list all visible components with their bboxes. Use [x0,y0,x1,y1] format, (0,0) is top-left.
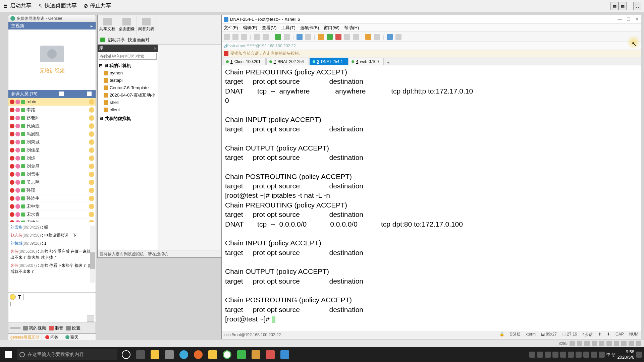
tray-icon[interactable] [560,352,566,358]
participants-list[interactable]: robin李路蔡老师代焕胜冯展凯刘荣城刘佳星刘烁刘金昌刘雪彬吴志翔孙瑾孙涛生宋中… [8,98,96,222]
folder-app-icon[interactable] [206,348,219,361]
menu-item[interactable]: 工具(T) [281,25,296,31]
find-icon[interactable] [344,34,350,40]
xshell-menubar[interactable]: 文件(F)编辑(E)查看(V)工具(T)选项卡(B)窗口(W)帮助(H) [222,24,641,32]
tray-icon[interactable] [537,352,543,358]
start-share-button[interactable]: 🖥 启动共享 [3,2,32,9]
add-tab-button[interactable]: + [384,60,392,65]
gensee-titlebar[interactable]: 多媒体网络培训 - Gensee [8,15,96,22]
participant-row[interactable]: robin [8,98,96,106]
tree-item[interactable]: python [99,69,156,77]
cortana-icon[interactable] [119,348,133,361]
tree-item[interactable]: 2020-04-07-震杨互动小 [99,92,156,99]
grid2-icon[interactable]: ▦ [619,2,627,10]
chat-tab[interactable]: 聊天 [62,335,82,340]
library-tree[interactable]: ⊟ 🖥 我的计算机pythontestapiCentos7.6-Template… [98,61,158,124]
tray-app-icon[interactable] [636,341,641,346]
xshell-titlebar[interactable]: DNAT-254-1 - root@test:~ - Xshell 6 — ☐ … [222,15,641,24]
tree-shared[interactable]: 🖥 共享的虚拟机 [99,115,156,122]
user-add-icon[interactable] [59,92,64,96]
app-blue-icon[interactable] [278,348,291,361]
volume-slider[interactable] [10,327,20,329]
paste-icon[interactable] [263,34,269,40]
close-button[interactable]: ✕ [635,17,639,22]
participant-row[interactable]: 刘金昌 [8,162,96,170]
fullscreen-icon[interactable] [353,34,359,40]
wechat-icon[interactable] [235,348,248,361]
participant-row[interactable]: 吴志翔 [8,178,96,186]
tray-icon[interactable] [599,352,605,358]
participant-row[interactable]: 孙涛生 [8,194,96,202]
participant-row[interactable]: 宋中华 [8,202,96,210]
participant-row[interactable]: 冯展凯 [8,130,96,138]
menu-item[interactable]: 帮助(H) [344,25,359,31]
transfer-icon[interactable] [327,34,333,40]
session-tab[interactable]: 4 web-0.100 [348,58,384,65]
ribbon-docs[interactable]: 共享文档 [98,15,117,35]
tree-item[interactable]: client [99,106,156,114]
chrome-icon[interactable] [220,348,234,361]
play-icon[interactable] [100,38,105,42]
expand-icon[interactable]: ⛶ [633,2,641,10]
vm-start-label[interactable]: 启动共享 [108,37,125,43]
send-button[interactable] [87,315,94,322]
quick-share-button[interactable]: ↖ 快速桌面共享 [38,2,77,9]
library-search-input[interactable] [99,53,157,60]
participant-row[interactable]: 刘雪彬 [8,170,96,178]
participant-row[interactable]: 刘烁 [8,154,96,162]
save-icon[interactable] [241,34,247,40]
explorer-icon[interactable] [148,348,162,361]
menu-item[interactable]: 编辑(E) [243,25,257,31]
record-icon[interactable] [335,34,341,40]
mute-button[interactable]: 混音 [49,325,63,331]
text-format-icon[interactable]: T [18,294,24,300]
disconnect-icon[interactable] [284,34,290,40]
participant-row[interactable]: 李路 [8,106,96,114]
grid-icon[interactable]: ▦ [610,2,619,10]
tray-icon[interactable] [529,352,535,358]
chat-messages[interactable]: 刘雪彬(09:34:29) : 嗯赵志伟(09:34:56) : 电脑设置那调一… [8,222,96,292]
taskview-icon[interactable] [134,348,147,361]
tray-icon[interactable] [552,352,558,358]
tray-app-icon[interactable] [606,341,612,346]
session-tab[interactable]: 2 SNAT-202-254 [266,58,309,65]
tree-item[interactable]: testapi [99,77,156,84]
stop-share-button[interactable]: ⊘ 停止共享 [84,2,111,9]
participant-row[interactable]: 孙瑾 [8,186,96,194]
tray-app-icon[interactable] [614,341,619,346]
tray-app-icon[interactable] [570,341,575,346]
tray-app-icon[interactable] [592,341,597,346]
participant-row[interactable]: 刘佳星 [8,146,96,154]
participant-row[interactable]: 刘荣城 [8,138,96,146]
font-icon[interactable] [305,34,311,40]
qa-tab[interactable]: 问答 [42,335,62,340]
tray-icon[interactable] [583,352,589,358]
taskbar-search[interactable]: 在这里输入你要搜索的内容 [17,349,117,360]
folder-icon[interactable] [365,34,371,40]
tray-icon[interactable] [591,352,597,358]
reconnect-icon[interactable] [275,34,281,40]
start-button[interactable] [0,347,17,362]
browser-icon[interactable] [177,348,191,361]
globe-icon[interactable] [387,34,393,40]
tray-app-icon[interactable] [621,341,627,346]
tray-icon[interactable] [576,352,582,358]
session-tab[interactable]: 3 DNAT-254-1 [310,58,348,65]
tree-item[interactable]: shell [99,99,156,106]
tray-icon[interactable] [568,352,574,358]
menu-item[interactable]: 查看(V) [262,25,276,31]
participant-row[interactable]: 宋建伟 [8,219,96,222]
menu-item[interactable]: 文件(F) [224,25,238,31]
vm-quick-label[interactable]: 快速画面对 [128,37,150,43]
firefox-icon[interactable] [192,348,205,361]
chat-textarea[interactable]: | [10,301,94,314]
close-icon[interactable]: × [154,46,156,51]
tray-icon[interactable] [545,352,551,358]
participant-row[interactable]: 代焕胜 [8,122,96,130]
emoji-icon[interactable] [10,294,16,300]
tree-root[interactable]: ⊟ 🖥 我的计算机 [99,62,156,69]
minimize-button[interactable]: — [618,17,622,22]
vmware-app-icon[interactable] [249,348,263,361]
copy-icon[interactable] [254,34,260,40]
collapse-icon[interactable]: ▸ [91,23,93,28]
